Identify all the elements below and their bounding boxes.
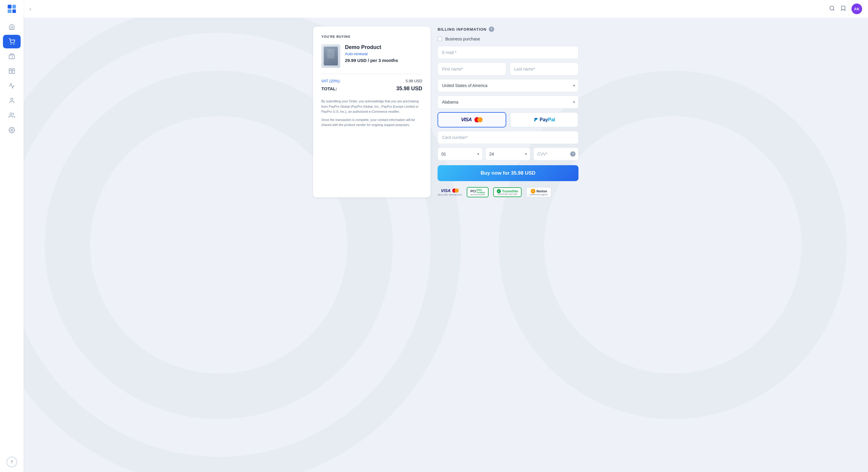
search-button[interactable]	[829, 5, 835, 12]
paypal-button[interactable]: PayPal	[510, 112, 579, 127]
svg-point-1	[13, 44, 14, 44]
app-logo[interactable]	[8, 5, 16, 13]
secure-payments-text: SECURE PAYMENTS	[437, 194, 462, 196]
sidebar-bottom: ?	[6, 456, 17, 467]
norton-text: Norton	[536, 189, 547, 193]
product-name: Demo Product	[345, 44, 422, 51]
expiry-year-select[interactable]: 242526 272829	[486, 148, 531, 160]
total-row: TOTAL: 35.98 USD	[321, 86, 422, 92]
svg-point-12	[10, 113, 12, 115]
pci-text: PCI	[470, 189, 476, 193]
card-number-field[interactable]	[437, 131, 579, 144]
svg-rect-7	[9, 69, 11, 74]
content-area: YOU'RE BUYING Demo Product Auto-renewal …	[24, 18, 868, 472]
order-title: YOU'RE BUYING	[321, 35, 422, 38]
bookmark-button[interactable]	[840, 5, 846, 12]
product-price: 29.99 USD / per 3 months	[345, 58, 422, 63]
mastercard-logo	[474, 117, 483, 122]
user-avatar[interactable]: AK	[851, 3, 862, 14]
product-renewal-link[interactable]: Auto-renewal	[345, 52, 422, 56]
business-purchase-checkbox[interactable]	[437, 36, 442, 41]
billing-panel: BILLING INFORMATION ? Business purchase …	[437, 27, 579, 197]
trustedsite-text: TrustedSite	[502, 190, 518, 193]
sidebar-item-analytics[interactable]	[3, 79, 21, 93]
norton-badge: ✓ Norton powered by digicert	[526, 187, 551, 197]
business-purchase-label: Business purchase	[445, 36, 480, 41]
sidebar-item-home[interactable]	[3, 20, 21, 34]
svg-line-15	[833, 9, 834, 11]
business-purchase-row: Business purchase	[437, 36, 579, 41]
svg-rect-2	[9, 55, 14, 59]
topbar: › AK	[24, 0, 868, 18]
certified-secure-text: CERTIFIED SECURE	[497, 193, 518, 195]
cvv-help-icon[interactable]: ?	[570, 151, 576, 157]
sidebar: ?	[0, 0, 24, 472]
pci-sub-text: service provider	[470, 194, 485, 196]
legal-text: By submitting your Order, you acknowledg…	[321, 99, 422, 128]
visa-mc-button[interactable]: VISA	[437, 112, 506, 127]
vat-label: VAT (20%):	[321, 79, 341, 83]
sidebar-nav	[0, 20, 24, 454]
name-row	[437, 63, 579, 79]
sidebar-item-coupons[interactable]	[3, 50, 21, 63]
sidebar-item-settings[interactable]	[3, 123, 21, 137]
topbar-icons: AK	[829, 3, 862, 14]
cvv-wrap: ?	[533, 148, 579, 160]
svg-point-0	[11, 44, 11, 44]
payment-method-row: VISA PayPal	[437, 112, 579, 127]
last-name-field[interactable]	[510, 63, 579, 76]
expiry-year-wrap: 242526 272829 ▾	[486, 148, 531, 160]
help-button[interactable]: ?	[6, 456, 17, 467]
sidebar-item-team[interactable]	[3, 109, 21, 122]
svg-point-14	[830, 6, 834, 10]
visa-secure-badge: VISA SECURE PAYMENTS	[437, 188, 462, 196]
legal-text-2: Once the transaction is complete, your c…	[321, 117, 422, 128]
state-select-wrap: Alabama Alaska Arizona California Colora…	[437, 96, 579, 109]
trust-badges-row: VISA SECURE PAYMENTS PCI	[437, 187, 579, 197]
country-select[interactable]: United States of America United Kingdom …	[437, 79, 579, 92]
state-select[interactable]: Alabama Alaska Arizona California Colora…	[437, 96, 579, 109]
svg-point-13	[11, 129, 13, 131]
vat-row: VAT (20%): 5.99 USD	[321, 79, 422, 83]
billing-title: BILLING INFORMATION ?	[437, 27, 579, 32]
product-info: Demo Product Auto-renewal 29.99 USD / pe…	[345, 44, 422, 63]
checkout-grid: YOU'RE BUYING Demo Product Auto-renewal …	[313, 27, 579, 197]
sidebar-item-user[interactable]	[3, 94, 21, 107]
expiry-month-wrap: 010203 040506 070809 101112 ▾	[437, 148, 483, 160]
total-label: TOTAL:	[321, 86, 337, 91]
dss-text: DSS	[476, 189, 485, 191]
divider	[321, 74, 422, 74]
certified-text: Certified	[476, 191, 485, 194]
main-area: › AK YOU'RE BUYING	[24, 0, 868, 472]
first-name-field[interactable]	[437, 63, 506, 76]
sidebar-item-abtest[interactable]	[3, 64, 21, 78]
pci-badge: PCI DSS Certified service provider	[467, 187, 488, 197]
vat-amount: 5.99 USD	[406, 79, 422, 83]
card-details-row: 010203 040506 070809 101112 ▾ 242526 272…	[437, 148, 579, 160]
paypal-text: PayPal	[539, 117, 555, 122]
product-row: Demo Product Auto-renewal 29.99 USD / pe…	[321, 44, 422, 68]
email-field[interactable]	[437, 46, 579, 59]
norton-sub-text: powered by digicert	[530, 194, 548, 196]
visa-logo: VISA	[461, 117, 472, 123]
buy-now-button[interactable]: Buy now for 35.98 USD	[437, 165, 579, 181]
product-image	[321, 44, 340, 68]
order-card: YOU'RE BUYING Demo Product Auto-renewal …	[313, 27, 431, 197]
collapse-sidebar-button[interactable]: ›	[30, 6, 31, 12]
trustedsite-badge: ✓ TrustedSite CERTIFIED SECURE	[493, 187, 522, 197]
legal-text-1: By submitting your Order, you acknowledg…	[321, 99, 422, 115]
trust-visa-text: VISA	[441, 188, 451, 193]
total-amount: 35.98 USD	[396, 86, 422, 92]
svg-point-11	[11, 98, 13, 100]
country-select-wrap: United States of America United Kingdom …	[437, 79, 579, 92]
sidebar-item-cart[interactable]	[3, 35, 21, 49]
billing-help-icon[interactable]: ?	[489, 27, 494, 32]
paypal-logo: PayPal	[533, 117, 555, 123]
expiry-month-select[interactable]: 010203 040506 070809 101112	[437, 148, 483, 160]
svg-rect-8	[12, 69, 14, 74]
